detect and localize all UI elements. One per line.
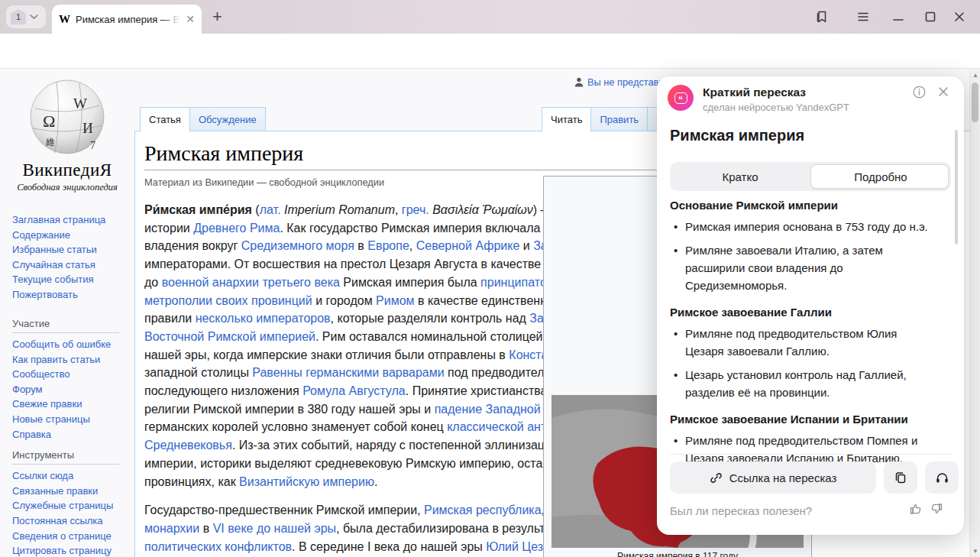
listen-button[interactable] <box>925 461 959 494</box>
article-text: и <box>519 239 533 252</box>
tab-counter[interactable]: 1 <box>6 5 46 28</box>
wiki-tab-Обсуждение[interactable]: Обсуждение <box>189 107 266 131</box>
article-link[interactable]: Древнего Рима <box>193 222 280 235</box>
user-icon <box>574 77 584 87</box>
infobox-caption: Римская империя в 117 году <box>544 551 811 557</box>
article-link[interactable]: метрополии своих провинций <box>144 294 312 307</box>
article-link[interactable]: Средневековья <box>144 439 232 452</box>
window-frame: 1 W Римская империя — В ✕ + <box>0 0 980 34</box>
browser-tab[interactable]: W Римская империя — В ✕ <box>52 5 202 34</box>
sidebar-link[interactable]: Сообщество <box>12 367 127 382</box>
wiki-tab-Читать[interactable]: Читать <box>542 107 591 131</box>
wiki-tab-Править[interactable]: Править <box>590 107 648 131</box>
sidebar-link[interactable]: Сведения о странице <box>12 529 127 544</box>
article-link[interactable]: военной анархии третьего века <box>162 276 340 289</box>
wikipedia-logo[interactable]: Ω W И 7 維 ВикипедиЯ Свободная энциклопед… <box>0 76 134 193</box>
side-panel-icon[interactable] <box>814 9 830 24</box>
menu-icon[interactable] <box>855 9 871 24</box>
scroll-up-arrow[interactable]: ▲ <box>970 72 980 79</box>
logo-subtitle: Свободная энциклопедия <box>0 182 134 193</box>
article-link[interactable]: Европе <box>367 239 409 252</box>
sidebar-link[interactable]: Сообщить об ошибке <box>12 337 127 352</box>
tab-detailed[interactable]: Подробно <box>810 162 951 191</box>
sidebar-link[interactable]: Постоянная ссылка <box>12 513 127 529</box>
thumbs-down-icon[interactable] <box>930 502 943 516</box>
sidebar-link[interactable]: Случайная статья <box>12 257 105 273</box>
article-text: ( <box>252 203 260 216</box>
link-icon <box>710 471 723 484</box>
sidebar-nav-sections: УчастиеСообщить об ошибкеКак править ста… <box>12 310 127 557</box>
tab-close-icon[interactable]: ✕ <box>186 14 195 24</box>
article-text: Imperium Romanum <box>281 203 395 216</box>
sidebar-link[interactable]: Заглавная страница <box>12 212 105 228</box>
article-text: , <box>395 203 402 216</box>
chevron-down-icon <box>30 15 38 20</box>
wikipedia-favicon: W <box>59 13 70 26</box>
scrollbar-thumb[interactable] <box>972 83 978 122</box>
summary-bullet: Римляне под предводительством Юлия Цезар… <box>670 325 939 360</box>
close-panel-icon[interactable] <box>936 85 950 99</box>
article-link[interactable]: Римом <box>376 294 415 307</box>
feedback-question: Был ли пересказ полезен? <box>670 504 812 517</box>
sidebar-link[interactable]: Новые страницы <box>12 412 127 427</box>
wiki-tab-Статья[interactable]: Статья <box>140 107 190 131</box>
summary-bullet: Цезарь установил контроль над Галлией, р… <box>670 366 939 401</box>
article-text: провинциях, как <box>144 475 239 488</box>
summary-sections: Основание Римской империиРимская империя… <box>670 199 939 473</box>
article-text: нашей эры, когда имперские знаки отличия… <box>144 348 509 361</box>
sidebar-link[interactable]: Избранные статьи <box>12 242 105 257</box>
article-link[interactable]: Византийскую империю <box>239 475 374 488</box>
svg-text:維: 維 <box>46 137 55 147</box>
minimize-icon[interactable] <box>891 9 906 24</box>
summary-link-button[interactable]: Ссылка на пересказ <box>670 461 876 494</box>
article-link[interactable]: лат. <box>260 203 281 216</box>
article-link[interactable]: Ромула Августула <box>302 384 406 397</box>
article-link[interactable]: Римская республика <box>424 504 542 517</box>
article-text: Βασιλεία Ῥωμαίων <box>429 203 533 216</box>
sidebar-link[interactable]: Связанные правки <box>12 484 127 499</box>
article-link[interactable]: VI веке до нашей эры <box>213 522 336 535</box>
thumbs-up-icon[interactable] <box>909 502 923 516</box>
sidebar-link[interactable]: Форум <box>12 382 127 397</box>
article-link[interactable]: Средиземного моря <box>241 239 354 252</box>
article-text: , <box>409 239 416 252</box>
copy-button[interactable] <box>884 461 917 494</box>
article-link[interactable]: несколько императоров <box>196 312 331 325</box>
tab-count-badge: 1 <box>11 9 26 24</box>
page-scrollbar[interactable]: ▲ ▼ <box>969 69 980 557</box>
sidebar-link[interactable]: Содержание <box>12 228 105 243</box>
summary-section-title: Римское завоевание Испании и Британии <box>670 413 939 426</box>
sidebar-link[interactable]: Ссылки сюда <box>12 468 127 484</box>
article-link[interactable]: Восточной Римской империей <box>144 330 315 343</box>
article-link[interactable]: монархии <box>144 522 199 535</box>
scroll-down-arrow[interactable]: ▼ <box>970 548 980 555</box>
tab-title: Римская империя — В <box>76 14 180 25</box>
panel-scrollbar[interactable] <box>955 130 958 244</box>
article-text: последующего низложения <box>144 384 302 397</box>
info-icon[interactable] <box>913 86 926 99</box>
sidebar-link[interactable]: Цитировать страницу <box>12 543 127 557</box>
summary-mode-toggle: Кратко Подробно <box>670 162 951 191</box>
article-link[interactable]: греч. <box>402 203 429 216</box>
article-link[interactable]: германскими варварами <box>306 366 444 379</box>
article-link[interactable]: Равенны <box>252 366 302 379</box>
sidebar-link[interactable]: Служебные страницы <box>12 498 127 513</box>
sidebar-link[interactable]: Как править статьи <box>12 352 127 368</box>
summary-section-title: Римское завоевание Галлии <box>670 306 939 319</box>
sidebar-link[interactable]: Свежие правки <box>12 397 127 412</box>
article-link[interactable]: политических конфликтов <box>144 540 292 553</box>
sidebar-link[interactable]: Пожертвовать <box>12 287 105 303</box>
new-tab-button[interactable]: + <box>212 7 222 27</box>
sidebar-link[interactable]: Текущие события <box>12 272 105 287</box>
article-text: владения вокруг <box>144 239 241 252</box>
maximize-icon[interactable] <box>923 9 938 24</box>
logo-title: ВикипедиЯ <box>0 160 134 180</box>
article-text: истории <box>144 222 193 235</box>
tab-brief[interactable]: Кратко <box>670 162 810 191</box>
sidebar-link[interactable]: Справка <box>12 427 127 442</box>
wikipedia-globe-icon: Ω W И 7 維 <box>26 76 108 156</box>
close-window-icon[interactable] <box>952 9 967 24</box>
summary-subtitle: сделан нейросетью YandexGPT <box>703 102 849 113</box>
article-link[interactable]: Северной Африке <box>416 239 520 252</box>
article-text: . <box>374 475 377 488</box>
